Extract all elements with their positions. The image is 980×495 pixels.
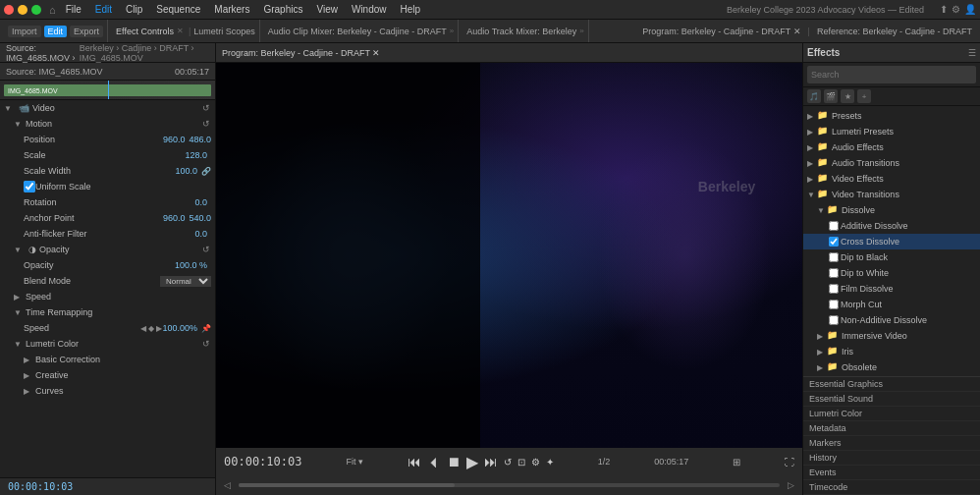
obsolete-item[interactable]: ▶ 📁 Obsolete [803, 359, 980, 375]
position-x[interactable]: 960.0 [163, 135, 186, 144]
history-section[interactable]: History [803, 451, 980, 466]
clip-timeline-strip[interactable]: IMG_4685.MOV [0, 81, 215, 100]
video-section[interactable]: ▼ 📹 Video ↺ [0, 100, 215, 116]
markers-section[interactable]: Markers [803, 436, 980, 451]
settings-icon[interactable]: ⚙ [952, 4, 960, 15]
speed-pin-icon[interactable]: 📌 [201, 324, 211, 333]
uniform-scale-property[interactable]: Uniform Scale [0, 179, 215, 194]
additive-dissolve-checkbox[interactable] [829, 221, 839, 231]
lumetri-section[interactable]: ▼ Lumetri Color ↺ [0, 336, 215, 352]
time-remap-section[interactable]: ▼ Time Remapping [0, 304, 215, 320]
maximize-button[interactable] [31, 5, 41, 15]
lumetri-expand-icon[interactable]: ▼ [14, 340, 26, 349]
video-transitions-item[interactable]: ▼ 📁 Video Transitions [803, 187, 980, 202]
opacity-value[interactable]: 100.0 % [175, 260, 207, 270]
opacity-reset-icon[interactable]: ↺ [201, 245, 211, 254]
scale-width-lock-icon[interactable]: 🔗 [201, 167, 211, 176]
film-dissolve-item[interactable]: Film Dissolve [803, 281, 980, 297]
speed-section[interactable]: ▶ Speed [0, 289, 215, 304]
loop-button[interactable]: ↺ [504, 457, 512, 468]
play-button[interactable]: ▶ [466, 453, 478, 471]
anchor-x[interactable]: 960.0 [163, 213, 186, 223]
settings-button-2[interactable]: ⚙ [531, 457, 540, 468]
motion-reset-icon[interactable]: ↺ [201, 119, 211, 129]
menu-window[interactable]: Window [350, 4, 389, 15]
anchor-point-property[interactable]: Anchor Point 960.0 540.0 [0, 210, 215, 226]
program-timecode[interactable]: 00:00:10:03 [224, 455, 301, 468]
basic-correction-section[interactable]: ▶ Basic Correction [0, 352, 215, 367]
menu-clip[interactable]: Clip [124, 4, 144, 15]
preset-filter-icon[interactable]: ★ [841, 89, 854, 103]
menu-help[interactable]: Help [399, 4, 423, 15]
antiflicker-property[interactable]: Anti-flicker Filter 0.0 [0, 226, 215, 242]
essential-graphics-section[interactable]: Essential Graphics [803, 377, 980, 392]
essential-sound-section[interactable]: Essential Sound [803, 392, 980, 407]
lumetri-scopes-label[interactable]: Lumetri Scopes [193, 27, 255, 36]
dip-to-black-item[interactable]: Dip to Black [803, 249, 980, 265]
creative-expand-icon[interactable]: ▶ [24, 371, 35, 380]
effects-search-input[interactable] [807, 66, 976, 83]
scrubber-end-icon[interactable]: ▷ [788, 480, 794, 490]
events-section[interactable]: Events [803, 466, 980, 480]
additive-dissolve-item[interactable]: Additive Dissolve [803, 218, 980, 234]
cross-dissolve-checkbox[interactable] [829, 237, 839, 247]
lumetri-color-section[interactable]: Lumetri Color [803, 407, 980, 421]
position-property[interactable]: Position 960.0 486.0 [0, 132, 215, 147]
antiflicker-value[interactable]: 0.0 [194, 229, 207, 239]
speed-property[interactable]: Speed ◀ ◆ ▶ 100.00% 📌 [0, 320, 215, 336]
zoom-to-fit-icon[interactable]: ⊞ [733, 457, 740, 468]
lumetri-presets-item[interactable]: ▶ 📁 Lumetri Presets [803, 124, 980, 139]
home-icon[interactable]: ⌂ [49, 4, 56, 16]
menu-file[interactable]: File [64, 4, 83, 15]
dip-to-white-item[interactable]: Dip to White [803, 265, 980, 281]
audio-effects-item[interactable]: ▶ 📁 Audio Effects [803, 139, 980, 155]
curves-section[interactable]: ▶ Curves [0, 383, 215, 399]
play-rev-button[interactable]: ⏴ [427, 454, 441, 469]
safe-zone-button[interactable]: ⊡ [517, 457, 525, 468]
menu-sequence[interactable]: Sequence [154, 4, 202, 15]
tab-export[interactable]: Export [70, 26, 103, 37]
effects-menu-icon[interactable]: ☰ [968, 48, 976, 58]
share-icon[interactable]: ⬆ [940, 4, 948, 15]
program-monitor-label[interactable]: Program: Berkeley - Cadjine - DRAFT ✕ [642, 27, 800, 36]
audio-transitions-item[interactable]: ▶ 📁 Audio Transitions [803, 155, 980, 171]
monitor-scrubber[interactable]: ◁ ▷ [216, 475, 802, 495]
scrubber-start-icon[interactable]: ◁ [224, 480, 231, 490]
audio-clip-mixer-label[interactable]: Audio Clip Mixer: Berkeley - Cadjine - D… [268, 27, 447, 36]
creative-section[interactable]: ▶ Creative [0, 367, 215, 383]
menu-edit[interactable]: Edit [93, 4, 114, 15]
scale-width-value[interactable]: 100.0 [175, 166, 197, 176]
curves-expand-icon[interactable]: ▶ [24, 387, 35, 396]
track-mixer-more-icon[interactable]: » [579, 27, 583, 35]
menu-markers[interactable]: Markers [212, 4, 251, 15]
morph-cut-item[interactable]: Morph Cut [803, 297, 980, 312]
dissolve-item[interactable]: ▼ 📁 Dissolve [803, 202, 980, 218]
basic-correction-expand-icon[interactable]: ▶ [24, 356, 35, 364]
reference-label[interactable]: Reference: Berkeley - Cadjine - DRAFT [817, 27, 972, 36]
motion-expand-icon[interactable]: ▼ [14, 120, 26, 129]
rotation-value[interactable]: 0.0 [194, 197, 207, 207]
step-back-button[interactable]: ⏮ [408, 454, 421, 469]
rotation-property[interactable]: Rotation 0.0 [0, 194, 215, 210]
non-additive-dissolve-item[interactable]: Non-Additive Dissolve [803, 312, 980, 328]
scale-property[interactable]: Scale 128.0 [0, 147, 215, 163]
speed-add-icon[interactable]: ◆ [148, 324, 154, 333]
scale-width-property[interactable]: Scale Width 100.0 🔗 [0, 163, 215, 179]
metadata-section[interactable]: Metadata [803, 421, 980, 436]
timecode-section[interactable]: Timecode [803, 480, 980, 495]
iris-item[interactable]: ▶ 📁 Iris [803, 344, 980, 359]
opacity-expand-icon[interactable]: ▼ [14, 246, 26, 254]
lumetri-reset-icon[interactable]: ↺ [201, 339, 211, 349]
tab-edit[interactable]: Edit [44, 26, 68, 37]
time-remap-expand-icon[interactable]: ▼ [14, 308, 26, 317]
video-effects-item[interactable]: ▶ 📁 Video Effects [803, 171, 980, 187]
immersive-video-item[interactable]: ▶ 📁 Immersive Video [803, 328, 980, 344]
uniform-scale-checkbox[interactable] [24, 181, 35, 192]
anchor-y[interactable]: 540.0 [189, 213, 211, 223]
progress-bar[interactable] [239, 483, 780, 487]
dip-to-white-checkbox[interactable] [829, 268, 839, 278]
morph-cut-checkbox[interactable] [829, 300, 839, 309]
step-fwd-button[interactable]: ⏭ [484, 454, 498, 469]
tab-import[interactable]: Import [8, 26, 41, 37]
menu-view[interactable]: View [314, 4, 340, 15]
